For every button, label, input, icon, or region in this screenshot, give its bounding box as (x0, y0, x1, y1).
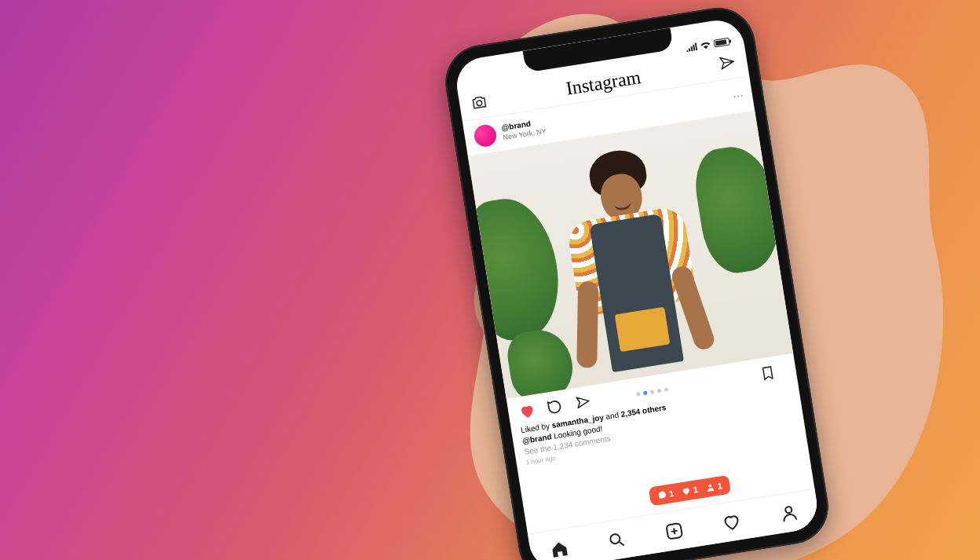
add-post-tab[interactable] (663, 519, 686, 543)
bubble-icon (656, 489, 667, 500)
svg-point-2 (609, 533, 620, 544)
notif-comments: 1 (668, 489, 675, 499)
person-icon (705, 481, 716, 492)
post-more-icon[interactable]: ⋯ (732, 89, 745, 103)
comment-button[interactable] (544, 396, 565, 417)
wifi-icon (700, 40, 711, 49)
plant-decoration (504, 326, 577, 399)
search-tab[interactable] (605, 528, 629, 551)
post-photo[interactable] (468, 112, 793, 399)
notif-follows: 1 (717, 481, 723, 491)
like-button[interactable] (517, 401, 538, 422)
direct-messages-icon[interactable] (718, 53, 737, 73)
svg-point-4 (785, 506, 792, 513)
plant-decoration (468, 192, 567, 346)
heart-icon (681, 485, 692, 496)
camera-icon[interactable] (470, 93, 489, 112)
battery-icon (713, 38, 730, 48)
svg-point-1 (708, 484, 712, 488)
profile-tab[interactable] (777, 501, 801, 525)
post-avatar[interactable] (473, 123, 498, 148)
share-button[interactable] (572, 392, 594, 413)
carousel-dots (636, 387, 668, 396)
save-button[interactable] (757, 362, 778, 383)
plant-decoration (690, 141, 788, 278)
svg-point-0 (477, 101, 482, 106)
activity-popup[interactable]: 1 1 1 (649, 475, 732, 507)
post-account-block[interactable]: @brand New York, NY (501, 117, 547, 142)
person-figure (549, 147, 715, 385)
activity-tab[interactable] (720, 510, 744, 533)
cellular-signal-icon (686, 42, 697, 52)
home-tab[interactable] (548, 537, 572, 560)
notif-likes: 1 (693, 485, 699, 495)
